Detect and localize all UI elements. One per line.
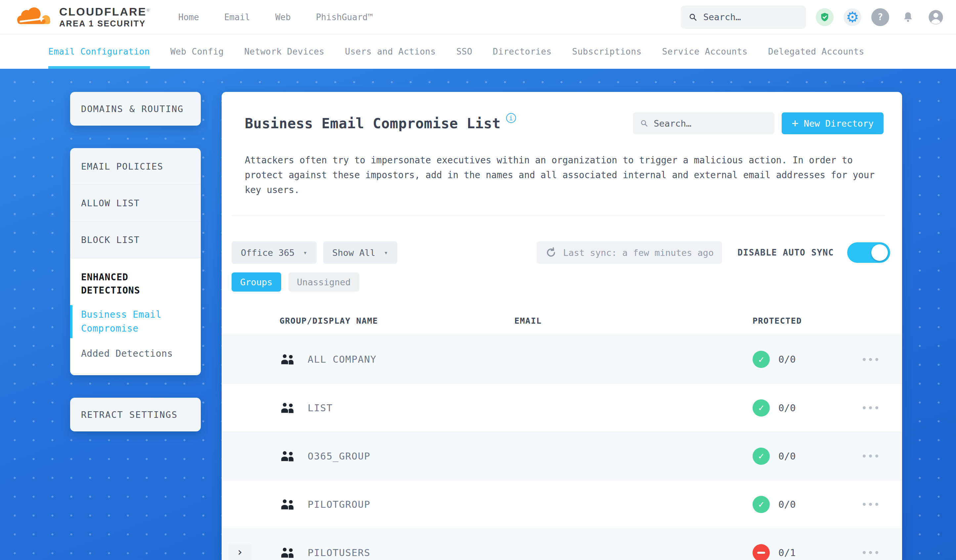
tab-subscriptions[interactable]: Subscriptions: [572, 35, 642, 69]
group-name: PILOTGROUP: [308, 499, 514, 510]
tab-users-and-actions[interactable]: Users and Actions: [345, 35, 436, 69]
table-row: › PILOTGROUP ✓ 0/0: [222, 480, 902, 528]
sidebar-link-added-detections[interactable]: Added Detections: [81, 347, 190, 361]
protected-count: 0/0: [778, 499, 796, 510]
security-status-button[interactable]: [816, 8, 833, 26]
row-menu-button[interactable]: [858, 498, 883, 510]
cloudflare-logo: CLOUDFLARE® AREA 1 SECURITY: [16, 5, 151, 29]
table-row: › ALL COMPANY ✓ 0/0: [222, 335, 902, 383]
row-menu-button[interactable]: [858, 353, 883, 365]
protected-count: 0/1: [778, 547, 796, 558]
sidebar-card-policies: EMAIL POLICIESALLOW LISTBLOCK LIST ENHAN…: [70, 148, 201, 375]
directory-filter-dropdown[interactable]: Office 365 ▾: [231, 241, 316, 264]
status-ok-icon: ✓: [753, 351, 770, 368]
chip-unassigned[interactable]: Unassigned: [288, 272, 360, 292]
group-icon: [280, 450, 308, 462]
last-sync-button[interactable]: Last sync: a few minutes ago: [536, 241, 722, 264]
sidebar-item-retract-settings[interactable]: RETRACT SETTINGS: [70, 398, 201, 431]
top-bar: CLOUDFLARE® AREA 1 SECURITY HomeEmailWeb…: [0, 0, 956, 35]
sidebar-card-domains-routing[interactable]: DOMAINS & ROUTING: [70, 92, 201, 125]
shield-check-icon: [819, 12, 830, 22]
protected-count: 0/0: [778, 450, 796, 462]
panel-header: Business Email Compromise List i + New D…: [222, 92, 902, 134]
row-menu-button[interactable]: [858, 450, 883, 462]
topnav-item-home[interactable]: Home: [178, 12, 199, 22]
new-directory-label: New Directory: [804, 118, 874, 129]
tab-delegated-accounts[interactable]: Delegated Accounts: [768, 35, 864, 69]
status-ok-icon: ✓: [753, 399, 770, 417]
sidebar-group-enhanced-detections: ENHANCED DETECTIONS Business Email Compr…: [70, 258, 201, 375]
protected-count: 0/0: [778, 354, 796, 365]
last-sync-label: Last sync: a few minutes ago: [563, 248, 714, 258]
tab-sso[interactable]: SSO: [456, 35, 472, 69]
chevron-down-icon: ▾: [303, 249, 307, 257]
brand-name: CLOUDFLARE: [59, 5, 146, 18]
account-icon: [927, 9, 944, 26]
expand-row-button[interactable]: ›: [228, 543, 252, 560]
brand-text: CLOUDFLARE® AREA 1 SECURITY: [59, 6, 151, 28]
sidebar-item-block-list[interactable]: BLOCK LIST: [70, 221, 201, 258]
chevron-down-icon: ▾: [384, 249, 388, 257]
top-nav: HomeEmailWebPhishGuard™: [178, 12, 373, 22]
show-filter-value: Show All: [332, 248, 376, 258]
search-icon: [640, 119, 648, 128]
sidebar-item-allow-list[interactable]: ALLOW LIST: [70, 185, 201, 221]
row-menu-button[interactable]: [858, 402, 883, 414]
brand-subtitle: AREA 1 SECURITY: [59, 19, 151, 28]
sidebar-card-retract[interactable]: RETRACT SETTINGS: [70, 398, 201, 431]
status-blocked-icon: [753, 544, 770, 560]
protected-cell: 0/1: [753, 544, 838, 560]
group-name: O365_GROUP: [308, 450, 514, 462]
list-search-input[interactable]: [654, 118, 767, 129]
plus-icon: +: [792, 118, 798, 129]
topnav-item-web[interactable]: Web: [275, 12, 291, 22]
minus-icon: [757, 552, 765, 554]
global-search-input[interactable]: [703, 12, 798, 22]
view-chips: GroupsUnassigned: [222, 272, 902, 292]
sidebar-item-enhanced-detections[interactable]: ENHANCED DETECTIONS: [81, 271, 190, 297]
protected-count: 0/0: [778, 402, 796, 414]
table-row: › LIST ✓ 0/0: [222, 383, 902, 432]
new-directory-button[interactable]: + New Directory: [781, 112, 884, 134]
page-description: Attackers often try to impersonate execu…: [245, 153, 880, 198]
help-button[interactable]: ?: [871, 8, 889, 26]
show-filter-dropdown[interactable]: Show All ▾: [323, 241, 397, 264]
row-menu-button[interactable]: [858, 546, 883, 559]
info-icon[interactable]: i: [506, 113, 516, 123]
filter-row: Office 365 ▾ Show All ▾ Last sync: a few…: [222, 241, 902, 264]
status-ok-icon: ✓: [753, 496, 770, 513]
auto-sync-toggle[interactable]: [847, 242, 890, 263]
settings-button[interactable]: ⚙: [844, 8, 862, 26]
list-search[interactable]: [633, 112, 774, 134]
group-icon: [280, 547, 308, 558]
tab-web-config[interactable]: Web Config: [170, 35, 224, 69]
protected-cell: ✓ 0/0: [753, 496, 838, 513]
bell-icon: [901, 11, 915, 24]
topnav-item-email[interactable]: Email: [224, 12, 250, 22]
main-panel: Business Email Compromise List i + New D…: [222, 92, 902, 560]
protected-cell: ✓ 0/0: [753, 351, 838, 368]
gear-icon: ⚙: [846, 10, 859, 25]
global-search[interactable]: [681, 6, 806, 29]
column-header-email: EMAIL: [514, 316, 753, 326]
account-button[interactable]: [927, 8, 945, 26]
tab-network-devices[interactable]: Network Devices: [244, 35, 324, 69]
tab-email-configuration[interactable]: Email Configuration: [48, 35, 150, 69]
chip-groups[interactable]: Groups: [231, 272, 281, 292]
topnav-item-phishguard-[interactable]: PhishGuard™: [316, 12, 373, 22]
sidebar-link-business-email-compromise[interactable]: Business Email Compromise: [81, 308, 190, 336]
sidebar-item-email-policies[interactable]: EMAIL POLICIES: [70, 148, 201, 185]
sidebar-item-domains-routing[interactable]: DOMAINS & ROUTING: [70, 92, 201, 125]
column-header-group-name: GROUP/DISPLAY NAME: [280, 316, 514, 326]
content-canvas: DOMAINS & ROUTING EMAIL POLICIESALLOW LI…: [0, 69, 956, 560]
column-header-protected: PROTECTED: [753, 316, 838, 326]
search-icon: [689, 12, 697, 22]
page-title: Business Email Compromise List: [245, 115, 501, 132]
tab-service-accounts[interactable]: Service Accounts: [662, 35, 748, 69]
brand-mark: ®: [146, 8, 151, 13]
cloudflare-cloud-icon: [16, 5, 55, 29]
notifications-button[interactable]: [899, 8, 917, 26]
tab-directories[interactable]: Directories: [493, 35, 552, 69]
table-header: GROUP/DISPLAY NAME EMAIL PROTECTED: [222, 292, 902, 335]
auto-sync-label: DISABLE AUTO SYNC: [737, 248, 834, 257]
